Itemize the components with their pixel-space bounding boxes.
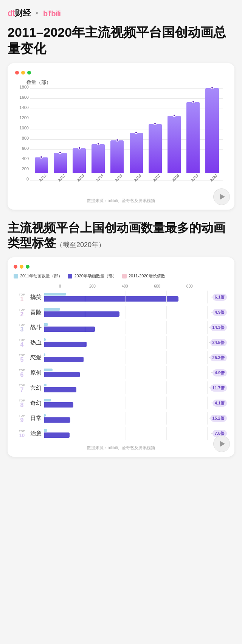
grid-line-600 [166, 321, 167, 334]
multiplier-2: 4.9倍 [213, 309, 227, 316]
play-button-1[interactable] [213, 188, 230, 205]
bar-dot-2012 [59, 151, 62, 154]
multiplier-3: 14.3倍 [210, 324, 227, 331]
bar-label-2020: 2020 [209, 173, 218, 182]
hbar-row-1: TOP1搞笑6.1倍 [14, 290, 228, 304]
dot-green [27, 71, 31, 75]
grid-line-800 [207, 321, 208, 334]
legend-swatch-growth [122, 274, 127, 278]
bar-group-2012: 2012 [51, 153, 70, 180]
multiplier-9: 15.2倍 [210, 415, 227, 422]
bar-2015 [110, 140, 124, 173]
section2-title: 主流视频平台上国创动画数量最多的动画类型标签（截至2020年） [8, 220, 234, 250]
grid-line-600 [166, 412, 167, 425]
rank-8: TOP8 [14, 398, 30, 408]
dot-red-2 [14, 265, 17, 269]
multiplier-wrap-9: 15.2倍 [207, 415, 228, 422]
grid-line-400 [126, 381, 126, 394]
dot-yellow [21, 71, 25, 75]
bar-group-2014: 2014 [89, 144, 108, 180]
hbar-label-3: 战斗 [30, 324, 44, 331]
axis-tick-600: 600 [141, 284, 174, 288]
multiplier-wrap-2: 4.9倍 [207, 309, 228, 316]
rank-4: TOP4 [14, 338, 30, 348]
hbar-label-2: 冒险 [30, 309, 44, 316]
bar-2020-10 [44, 432, 70, 438]
bar-label-2015: 2015 [114, 173, 123, 182]
hbar-row-8: TOP8奇幻4.1倍 [14, 396, 228, 410]
legend-item-2020: 2020年动画数量（部） [68, 273, 116, 279]
bar-group-2011: 2011 [32, 157, 51, 180]
play-button-2[interactable] [213, 436, 230, 452]
bar-dot-2019 [192, 100, 195, 103]
bar-label-2013: 2013 [76, 173, 85, 182]
grid-line-800 [207, 427, 208, 440]
bar-2020-3 [44, 327, 95, 332]
bar-label-2012: 2012 [57, 173, 66, 182]
grid-line-800 [207, 412, 208, 425]
hbar-chart-card: 2011年动画数量（部） 2020年动画数量（部） 2011-2020增长倍数 … [8, 257, 234, 457]
multiplier-5: 25.3倍 [210, 354, 227, 361]
grid-line-400 [126, 336, 126, 349]
bar-dot-2013 [78, 146, 81, 149]
bar-group-2015: 2015 [108, 140, 127, 180]
page-wrapper: dt财经 × bilibili 2011–2020年主流视频平台国创动画总量变化… [0, 0, 242, 468]
play-icon-2 [220, 441, 225, 447]
hbar-bars-2 [44, 306, 207, 319]
hbar-row-4: TOP4热血24.5倍 [14, 335, 228, 350]
multiplier-6: 4.9倍 [213, 369, 227, 376]
grid-line-200 [85, 321, 85, 334]
bar-2011-8 [44, 399, 51, 401]
multiplier-7: 11.7倍 [210, 384, 227, 392]
bar-group-2019: 2019 [184, 102, 203, 180]
hbar-bars-10 [44, 427, 207, 440]
bar-2020 [205, 88, 219, 173]
grid-line-200 [85, 397, 85, 409]
bar-2020-5 [44, 357, 84, 362]
axis-tick-400: 400 [109, 284, 141, 288]
legend-label-2011: 2011年动画数量（部） [20, 273, 62, 279]
hbar-bars-6 [44, 366, 207, 379]
rank-3: TOP3 [14, 322, 30, 333]
logo-bilibili: bilibili [43, 9, 60, 18]
bars-container: 2011201220132014201520162017201820192020 [30, 88, 223, 180]
rank-10: TOP10 [14, 429, 30, 438]
grid-line-600 [166, 427, 167, 440]
grid-line-400 [126, 397, 126, 409]
grid-line-200 [85, 366, 85, 379]
grid-line-0 [44, 366, 44, 379]
hbar-label-5: 恋爱 [30, 354, 44, 361]
legend-swatch-2020 [68, 274, 72, 278]
bar-2011-10 [44, 429, 47, 432]
rank-5: TOP5 [14, 353, 30, 363]
multiplier-wrap-1: 6.1倍 [207, 294, 228, 301]
axis-tick-800: 800 [173, 284, 206, 288]
bar-2011 [35, 157, 48, 173]
bar-dot-2017 [154, 122, 157, 125]
grid-line-600 [166, 306, 167, 319]
grid-line-400 [126, 291, 126, 303]
bar-2020-1 [44, 296, 178, 302]
bar-label-2011: 2011 [38, 173, 47, 182]
bar-chart: 1800 1600 1400 1200 1000 800 600 400 200… [30, 88, 223, 194]
grid-line-0 [44, 291, 44, 303]
rank-6: TOP6 [14, 368, 30, 378]
play-icon [220, 194, 225, 200]
grid-line-800 [207, 336, 208, 349]
dot-yellow-2 [20, 265, 23, 269]
legend-item-2011: 2011年动画数量（部） [14, 273, 62, 279]
grid-line-800 [207, 291, 208, 303]
grid-line-200 [85, 381, 85, 394]
hbar-label-1: 搞笑 [30, 294, 44, 301]
bar-2016 [130, 133, 143, 173]
legend-item-growth: 2011-2020增长倍数 [122, 273, 165, 279]
grid-line-800 [207, 381, 208, 394]
bar-2020-4 [44, 342, 87, 347]
grid-line-200 [85, 427, 85, 440]
bar-label-2016: 2016 [133, 173, 142, 182]
bar-2013 [73, 148, 86, 173]
bar-dot-2020 [211, 86, 214, 89]
bar-2014 [92, 144, 105, 173]
legend-label-growth: 2011-2020增长倍数 [129, 273, 165, 279]
hbar-bars-4 [44, 336, 207, 349]
